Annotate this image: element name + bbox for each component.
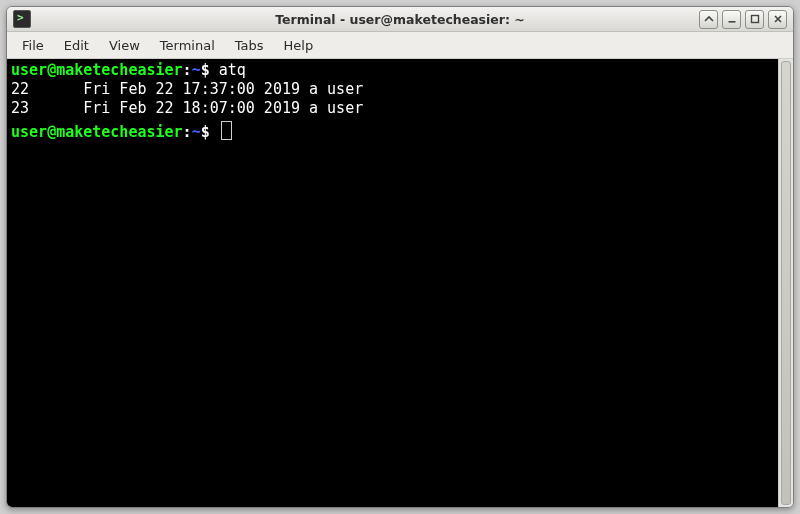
terminal-app-icon [13, 10, 31, 28]
prompt-path: ~ [192, 123, 201, 141]
terminal-area: user@maketecheasier:~$ atq22 Fri Feb 22 … [7, 59, 793, 507]
menu-terminal[interactable]: Terminal [151, 35, 224, 56]
menu-file[interactable]: File [13, 35, 53, 56]
scrollbar-thumb[interactable] [781, 61, 791, 505]
prompt-line-2: user@maketecheasier:~$ [11, 118, 774, 142]
prompt-host: maketecheasier [56, 61, 182, 79]
menu-help[interactable]: Help [275, 35, 323, 56]
prompt-host: maketecheasier [56, 123, 182, 141]
prompt-user: user [11, 123, 47, 141]
menu-view[interactable]: View [100, 35, 149, 56]
menu-tabs[interactable]: Tabs [226, 35, 273, 56]
close-button[interactable] [768, 10, 787, 29]
menubar: File Edit View Terminal Tabs Help [7, 32, 793, 59]
menu-edit[interactable]: Edit [55, 35, 98, 56]
output-line-2: 23 Fri Feb 22 18:07:00 2019 a user [11, 99, 774, 118]
command-1: atq [219, 61, 246, 79]
vertical-scrollbar[interactable] [778, 59, 793, 507]
chevron-up-icon [704, 14, 714, 24]
prompt-path: ~ [192, 61, 201, 79]
prompt-symbol: $ [201, 123, 210, 141]
minimize-button[interactable] [722, 10, 741, 29]
window-title: Terminal - user@maketecheasier: ~ [7, 12, 793, 27]
prompt-colon: : [183, 61, 192, 79]
maximize-icon [750, 14, 760, 24]
prompt-symbol: $ [201, 61, 210, 79]
prompt-user: user [11, 61, 47, 79]
prompt-at: @ [47, 61, 56, 79]
window-buttons [699, 10, 787, 29]
titlebar[interactable]: Terminal - user@maketecheasier: ~ [7, 7, 793, 32]
prompt-colon: : [183, 123, 192, 141]
minimize-icon [727, 14, 737, 24]
shade-button[interactable] [699, 10, 718, 29]
output-line-1: 22 Fri Feb 22 17:37:00 2019 a user [11, 80, 774, 99]
text-cursor [221, 121, 232, 140]
close-icon [773, 14, 783, 24]
svg-rect-1 [751, 16, 758, 23]
terminal-output[interactable]: user@maketecheasier:~$ atq22 Fri Feb 22 … [7, 59, 778, 507]
prompt-line-1: user@maketecheasier:~$ atq [11, 61, 774, 80]
prompt-at: @ [47, 123, 56, 141]
svg-rect-0 [728, 21, 735, 23]
maximize-button[interactable] [745, 10, 764, 29]
terminal-window: Terminal - user@maketecheasier: ~ File E… [6, 6, 794, 508]
